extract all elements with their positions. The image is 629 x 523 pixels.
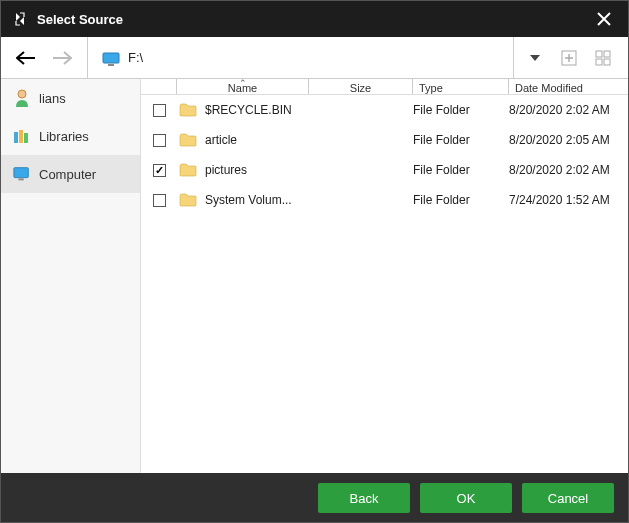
dropdown-icon[interactable] [524, 47, 546, 69]
sidebar-item-label: Computer [39, 167, 96, 182]
path-text: F:\ [128, 50, 143, 65]
main-area: lians Libraries Computer ⌃ Name Size Typ… [1, 79, 628, 473]
file-name: System Volum... [205, 193, 292, 207]
column-header-checkbox[interactable] [141, 79, 177, 94]
sidebar-item-label: lians [39, 91, 66, 106]
file-row[interactable]: System Volum...File Folder7/24/2020 1:52… [141, 185, 628, 215]
toolbar-right [513, 37, 614, 78]
column-header-size[interactable]: Size [309, 79, 413, 94]
sidebar-item-libraries[interactable]: Libraries [1, 117, 140, 155]
nav-forward-button[interactable] [51, 47, 73, 69]
svg-point-7 [18, 90, 26, 98]
svg-rect-0 [103, 53, 119, 63]
sidebar-item-computer[interactable]: Computer [1, 155, 140, 193]
file-name: article [205, 133, 237, 147]
column-headers: ⌃ Name Size Type Date Modified [141, 79, 628, 95]
drive-icon [102, 51, 120, 65]
row-checkbox[interactable] [141, 134, 177, 147]
svg-rect-12 [18, 179, 23, 181]
row-name-cell: $RECYCLE.BIN [177, 103, 309, 117]
cancel-button[interactable]: Cancel [522, 483, 614, 513]
back-button[interactable]: Back [318, 483, 410, 513]
view-mode-button[interactable] [592, 47, 614, 69]
sidebar: lians Libraries Computer [1, 79, 141, 473]
computer-icon [13, 165, 31, 183]
svg-rect-9 [19, 130, 23, 143]
row-type-cell: File Folder [413, 163, 509, 177]
row-checkbox[interactable] [141, 194, 177, 207]
ok-button[interactable]: OK [420, 483, 512, 513]
nav-back-button[interactable] [15, 47, 37, 69]
row-type-cell: File Folder [413, 103, 509, 117]
sidebar-item-user[interactable]: lians [1, 79, 140, 117]
svg-rect-5 [596, 59, 602, 65]
file-row[interactable]: $RECYCLE.BINFile Folder8/20/2020 2:02 AM [141, 95, 628, 125]
footer: Back OK Cancel [1, 473, 628, 523]
user-icon [13, 89, 31, 107]
file-name: $RECYCLE.BIN [205, 103, 292, 117]
titlebar: Select Source [1, 1, 628, 37]
file-list: $RECYCLE.BINFile Folder8/20/2020 2:02 AM… [141, 95, 628, 473]
row-date-cell: 8/20/2020 2:02 AM [509, 163, 628, 177]
row-type-cell: File Folder [413, 133, 509, 147]
toolbar: F:\ [1, 37, 628, 79]
row-name-cell: article [177, 133, 309, 147]
row-checkbox[interactable] [141, 164, 177, 177]
file-area: ⌃ Name Size Type Date Modified $RECYCLE.… [141, 79, 628, 473]
column-header-type[interactable]: Type [413, 79, 509, 94]
path-display[interactable]: F:\ [87, 37, 499, 78]
row-type-cell: File Folder [413, 193, 509, 207]
row-checkbox[interactable] [141, 104, 177, 117]
row-name-cell: System Volum... [177, 193, 309, 207]
svg-rect-8 [14, 132, 18, 143]
column-header-name[interactable]: ⌃ Name [177, 79, 309, 94]
svg-rect-3 [596, 51, 602, 57]
column-header-date[interactable]: Date Modified [509, 79, 628, 94]
app-logo-icon [11, 10, 29, 28]
row-date-cell: 8/20/2020 2:02 AM [509, 103, 628, 117]
svg-rect-10 [24, 133, 28, 143]
row-date-cell: 7/24/2020 1:52 AM [509, 193, 628, 207]
close-button[interactable] [590, 5, 618, 33]
svg-rect-4 [604, 51, 610, 57]
file-row[interactable]: articleFile Folder8/20/2020 2:05 AM [141, 125, 628, 155]
sort-ascending-icon: ⌃ [239, 79, 247, 88]
new-folder-button[interactable] [558, 47, 580, 69]
svg-rect-1 [108, 64, 114, 66]
file-name: pictures [205, 163, 247, 177]
svg-rect-11 [14, 168, 28, 178]
row-name-cell: pictures [177, 163, 309, 177]
svg-rect-6 [604, 59, 610, 65]
row-date-cell: 8/20/2020 2:05 AM [509, 133, 628, 147]
file-row[interactable]: picturesFile Folder8/20/2020 2:02 AM [141, 155, 628, 185]
libraries-icon [13, 127, 31, 145]
window-title: Select Source [37, 12, 590, 27]
sidebar-item-label: Libraries [39, 129, 89, 144]
